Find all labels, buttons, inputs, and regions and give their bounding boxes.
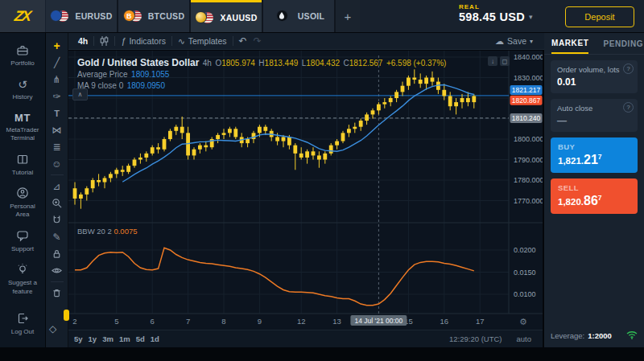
- lock-tool-icon[interactable]: [50, 245, 64, 262]
- deposit-button[interactable]: Deposit: [565, 6, 634, 27]
- svg-text:16: 16: [440, 317, 449, 326]
- open-value: 1805.974: [221, 59, 255, 68]
- oil-drop-icon: [279, 12, 285, 20]
- redo-button[interactable]: ↷: [254, 35, 262, 47]
- chevron-down-icon: ▾: [530, 38, 533, 45]
- zoom-tool-icon[interactable]: [50, 195, 64, 211]
- range-5d[interactable]: 5d: [136, 334, 145, 343]
- connection-status-icon: [626, 330, 638, 341]
- templates-button[interactable]: ∿ Templates: [178, 36, 227, 46]
- sidebar-item-personal-area[interactable]: Personal Area: [2, 187, 43, 219]
- svg-text:0.0150: 0.0150: [514, 269, 536, 277]
- sidebar-item-support[interactable]: Support: [2, 229, 43, 253]
- chat-bubble-icon: [16, 229, 30, 243]
- crosshair-tool-icon[interactable]: +: [50, 37, 64, 54]
- sidebar-item-metatrader[interactable]: MT MetaTrader Terminal: [2, 112, 43, 143]
- svg-text:12: 12: [297, 317, 306, 326]
- order-panel: MARKET PENDING Order volume, lots 0.01 ?…: [544, 33, 644, 347]
- scroll-to-end-button[interactable]: ↓: [488, 56, 497, 66]
- screenshot-button[interactable]: ◻: [500, 56, 510, 66]
- save-layout-button[interactable]: ☁ Save ▾: [495, 36, 533, 47]
- undo-button[interactable]: ↶: [239, 35, 247, 47]
- ruler-tool-icon[interactable]: ⊿: [50, 178, 64, 195]
- account-selector[interactable]: REAL 598.45 USD ▾: [459, 3, 533, 23]
- auto-scale-toggle[interactable]: auto: [517, 334, 532, 343]
- sell-button[interactable]: SELL 1,820.867: [551, 178, 638, 214]
- bbw-value: 0.0075: [114, 227, 137, 236]
- tab-market[interactable]: MARKET: [551, 33, 588, 54]
- order-panel-tabs: MARKET PENDING: [544, 33, 644, 55]
- chart-toolbar: 4h ƒ Indicators ∿ Templates ↶ ↷ ☁ Save ▾: [68, 33, 544, 50]
- edit-tool-icon[interactable]: ✎: [50, 228, 64, 245]
- brand-logo[interactable]: ZX: [0, 0, 45, 32]
- trend-line-tool-icon[interactable]: ╱: [50, 54, 64, 71]
- wave-icon: ∿: [178, 36, 185, 46]
- sidebar-item-portfolio[interactable]: Portfolio: [2, 43, 43, 68]
- chart-style-button[interactable]: [100, 36, 109, 46]
- fx-icon: ƒ: [121, 36, 126, 46]
- range-1d[interactable]: 1d: [151, 334, 159, 343]
- magnet-tool-icon[interactable]: [50, 211, 64, 228]
- help-icon[interactable]: ?: [623, 64, 634, 74]
- tab-eurusd[interactable]: EURUSD: [46, 0, 117, 32]
- svg-text:1820.867: 1820.867: [512, 96, 541, 105]
- tab-label: BTCUSD: [148, 11, 185, 21]
- account-balance: 598.45 USD: [459, 10, 525, 23]
- svg-text:1800.000: 1800.000: [514, 135, 543, 143]
- forecast-tool-icon[interactable]: ≣: [50, 138, 64, 155]
- axis-settings-gear-icon[interactable]: ⚙: [519, 317, 527, 327]
- range-1m[interactable]: 1m: [119, 334, 130, 343]
- pitchfork-tool-icon[interactable]: ⋔: [50, 71, 64, 88]
- chart-legend: Gold / United States Dollar 4h O1805.974…: [77, 55, 446, 89]
- order-volume-field[interactable]: Order volume, lots 0.01 ?: [551, 60, 638, 93]
- add-instrument-button[interactable]: +: [336, 0, 360, 32]
- change-value: +6.598 (+0.37%): [386, 59, 447, 68]
- tab-usoil[interactable]: USOIL: [263, 0, 334, 32]
- tab-pending[interactable]: PENDING: [603, 33, 643, 54]
- history-icon: ↺: [16, 77, 30, 91]
- instrument-tabs: EURUSD B BTCUSD XAUUSD USOIL +: [46, 0, 360, 32]
- indicators-button[interactable]: ƒ Indicators: [121, 36, 166, 46]
- range-1y[interactable]: 1y: [89, 334, 97, 343]
- order-volume-value[interactable]: 0.01: [557, 76, 631, 88]
- close-value: 1812.567: [349, 59, 383, 68]
- drawing-toolbar: + ╱ ⋔ ✑ T ⋈ ≣ ☺ ⊿ ✎: [46, 33, 68, 347]
- auto-close-value[interactable]: —: [557, 115, 631, 126]
- buy-button[interactable]: BUY 1,821.217: [551, 137, 638, 173]
- svg-text:1810.240: 1810.240: [512, 114, 541, 122]
- tab-xauusd[interactable]: XAUUSD: [191, 0, 262, 32]
- drawing-marker-pill[interactable]: [64, 310, 69, 321]
- buy-price: 1,821.217: [558, 153, 630, 167]
- sidebar-item-suggest-feature[interactable]: Suggest a feature: [2, 263, 43, 296]
- cloud-icon: ☁: [495, 36, 504, 47]
- timeframe-button[interactable]: 4h: [78, 36, 88, 46]
- legend-collapse-button[interactable]: ∧: [72, 88, 88, 101]
- emoji-tool-icon[interactable]: ☺: [50, 155, 64, 172]
- eurusd-pair-icon: [50, 10, 69, 23]
- collapse-toolbar-icon[interactable]: ◇: [49, 323, 56, 334]
- book-icon: [16, 153, 30, 166]
- sidebar: Portfolio ↺ History MT MetaTrader Termin…: [0, 33, 45, 347]
- tab-btcusd[interactable]: B BTCUSD: [118, 0, 189, 32]
- sidebar-item-logout[interactable]: Log Out: [2, 312, 43, 336]
- eye-tool-icon[interactable]: [50, 262, 64, 279]
- sidebar-item-history[interactable]: ↺ History: [2, 77, 43, 101]
- svg-text:1830.000: 1830.000: [514, 74, 543, 82]
- leverage-row: Leverage: 1:2000: [544, 330, 644, 347]
- auto-close-field[interactable]: Auto close — ?: [551, 99, 638, 132]
- range-5y[interactable]: 5y: [74, 334, 83, 343]
- high-value: 1813.449: [265, 59, 299, 68]
- text-tool-icon[interactable]: T: [50, 105, 64, 121]
- chart-area[interactable]: 25678912131516170.02000.01500.01001840.0…: [68, 51, 543, 330]
- plus-icon: +: [345, 10, 352, 23]
- brush-tool-icon[interactable]: ✑: [50, 88, 64, 105]
- svg-text:0.0100: 0.0100: [514, 290, 536, 298]
- trash-tool-icon[interactable]: [50, 285, 64, 302]
- price-chart[interactable]: 25678912131516170.02000.01500.01001840.0…: [68, 51, 543, 330]
- svg-text:1780.000: 1780.000: [514, 176, 543, 184]
- help-icon[interactable]: ?: [623, 102, 634, 113]
- sidebar-item-tutorial[interactable]: Tutorial: [2, 153, 43, 177]
- range-3m[interactable]: 3m: [102, 334, 114, 343]
- btcusd-pair-icon: B: [123, 10, 142, 23]
- pattern-tool-icon[interactable]: ⋈: [50, 121, 64, 138]
